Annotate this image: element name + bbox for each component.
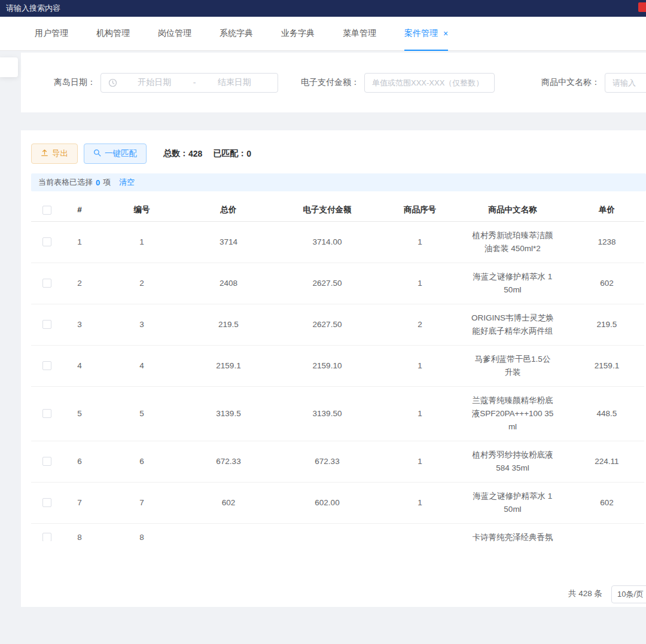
date-separator: - (191, 78, 199, 87)
page-size-select[interactable]: 10条/页 ▾ (611, 585, 646, 603)
export-button[interactable]: 导出 (31, 144, 78, 164)
tab-menu-mgmt[interactable]: 菜单管理 (343, 17, 376, 50)
cell-index: 6 (62, 441, 97, 482)
cell-total-price: 2159.1 (187, 345, 270, 386)
row-checkbox[interactable] (42, 361, 51, 370)
tab-label: 案件管理 (404, 28, 438, 39)
cell-total-price: 3714 (187, 221, 270, 263)
matched-count-label: 已匹配： (213, 148, 246, 159)
cell-product-name: 植村秀羽纱持妆粉底液 584 35ml (456, 441, 569, 482)
cell-product-seq: 1 (384, 345, 456, 386)
tab-system-dict[interactable]: 系统字典 (220, 17, 253, 50)
collapsed-panel-handle[interactable] (0, 57, 18, 77)
tab-label: 岗位管理 (158, 28, 191, 39)
corner-badge (638, 2, 646, 12)
cell-epay-amount: 2627.50 (270, 263, 384, 304)
cell-select (31, 221, 62, 263)
cell-epay-amount (270, 523, 384, 541)
cell-epay-amount: 672.33 (270, 441, 384, 482)
cell-product-name: 马爹利蓝带干邑1.5公升装 (456, 345, 569, 386)
col-product-name: 商品中文名称 (456, 199, 569, 221)
cell-index: 1 (62, 221, 97, 263)
amount-filter-label: 电子支付金额： (301, 77, 359, 88)
cell-select (31, 345, 62, 386)
cell-select (31, 523, 62, 541)
cell-unit-price: 602 (569, 482, 644, 523)
selection-prefix: 当前表格已选择 (38, 177, 93, 188)
cell-code: 7 (97, 482, 187, 523)
topbar: 请输入搜索内容 (0, 0, 646, 17)
one-click-match-button[interactable]: 一键匹配 (84, 144, 147, 164)
table-row: 2 2 2408 2627.50 1 海蓝之谜修护精萃水 150ml 602 (31, 263, 644, 304)
tabbar: 用户管理 机构管理 岗位管理 系统字典 业务字典 菜单管理 案件管理 × (0, 17, 646, 51)
cell-unit-price: 219.5 (569, 304, 644, 345)
row-checkbox[interactable] (42, 498, 51, 507)
cell-select (31, 304, 62, 345)
cell-code: 8 (97, 523, 187, 541)
tab-case-mgmt[interactable]: 案件管理 × (404, 17, 448, 50)
cell-product-name: 海蓝之谜修护精萃水 150ml (456, 263, 569, 304)
row-checkbox[interactable] (42, 533, 51, 541)
main-panel: 导出 一键匹配 总数： 428 已匹配： 0 当前表格已选择 0 项 清空 (21, 130, 646, 607)
row-checkbox[interactable] (42, 409, 51, 418)
amount-input[interactable] (364, 73, 495, 93)
tab-label: 菜单管理 (343, 28, 376, 39)
clear-selection-link[interactable]: 清空 (119, 177, 135, 188)
cell-epay-amount: 3714.00 (270, 221, 384, 263)
tab-label: 机构管理 (96, 28, 130, 39)
tab-label: 业务字典 (281, 28, 315, 39)
cell-index: 4 (62, 345, 97, 386)
cell-epay-amount: 2627.50 (270, 304, 384, 345)
tab-post-mgmt[interactable]: 岗位管理 (158, 17, 191, 50)
table-row: 5 5 3139.5 3139.50 1 兰蔻菁纯臻颜精华粉底液SPF20PA+… (31, 386, 644, 441)
col-unit-price: 单价 (569, 199, 644, 221)
table-row: 8 8 卡诗菁纯亮泽经典香氛 (31, 523, 644, 541)
row-checkbox[interactable] (42, 457, 51, 466)
col-index: # (62, 199, 97, 221)
page-size-value: 10条/页 (617, 589, 644, 600)
cell-code: 6 (97, 441, 187, 482)
tab-business-dict[interactable]: 业务字典 (281, 17, 315, 50)
cell-unit-price: 224.11 (569, 441, 644, 482)
tab-label: 用户管理 (35, 28, 68, 39)
cell-select (31, 386, 62, 441)
select-all-checkbox[interactable] (42, 206, 51, 215)
cell-total-price: 3139.5 (187, 386, 270, 441)
row-checkbox[interactable] (42, 237, 51, 246)
tab-close-icon[interactable]: × (443, 29, 448, 38)
cell-index: 5 (62, 386, 97, 441)
cell-product-seq: 2 (384, 304, 456, 345)
magnifier-icon (93, 149, 101, 158)
cell-select (31, 441, 62, 482)
cell-total-price: 2408 (187, 263, 270, 304)
selection-info-bar: 当前表格已选择 0 项 清空 (31, 173, 646, 191)
col-code: 编号 (97, 199, 187, 221)
date-range-input[interactable]: 开始日期 - 结束日期 (100, 73, 278, 93)
cell-total-price: 672.33 (187, 441, 270, 482)
row-checkbox[interactable] (42, 279, 51, 288)
cell-select (31, 482, 62, 523)
export-icon (41, 149, 48, 158)
tab-org-mgmt[interactable]: 机构管理 (96, 17, 130, 50)
match-button-label: 一键匹配 (105, 148, 137, 159)
filter-bar: 离岛日期： 开始日期 - 结束日期 电子支付金额： 商品中文名称： (21, 53, 646, 112)
export-button-label: 导出 (52, 148, 68, 159)
cell-product-seq: 1 (384, 386, 456, 441)
cell-total-price: 602 (187, 482, 270, 523)
row-checkbox[interactable] (42, 320, 51, 329)
table-row: 1 1 3714 3714.00 1 植村秀新琥珀臻萃洁颜油套装 450ml*2… (31, 221, 644, 263)
cell-unit-price: 1238 (569, 221, 644, 263)
cell-product-seq: 1 (384, 221, 456, 263)
cell-product-name: 海蓝之谜修护精萃水 150ml (456, 482, 569, 523)
total-count-label: 总数： (163, 148, 188, 159)
product-filter-label: 商品中文名称： (541, 77, 600, 88)
cell-product-seq: 1 (384, 441, 456, 482)
col-total-price: 总价 (187, 199, 270, 221)
filter-product-group: 商品中文名称： (541, 73, 646, 93)
cell-unit-price: 2159.1 (569, 345, 644, 386)
global-search-input[interactable]: 请输入搜索内容 (6, 3, 60, 14)
product-name-input[interactable] (605, 73, 646, 93)
tab-user-mgmt[interactable]: 用户管理 (35, 17, 68, 50)
col-select (31, 199, 62, 221)
table-row: 7 7 602 602.00 1 海蓝之谜修护精萃水 150ml 602 (31, 482, 644, 523)
